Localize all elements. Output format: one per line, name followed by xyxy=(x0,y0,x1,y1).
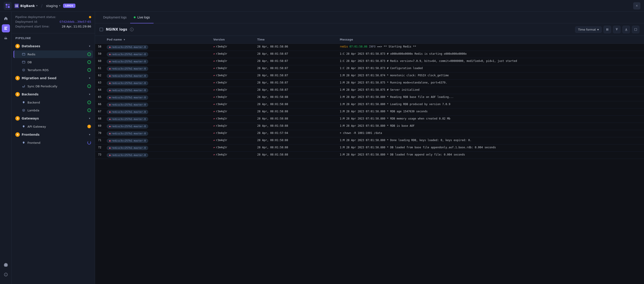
col-pod[interactable]: Pod name ▾ xyxy=(104,36,210,44)
row-pod: redisz3cc257b1-master-0 xyxy=(104,152,210,159)
databases-chevron-icon: ▾ xyxy=(88,44,91,48)
path-separator: / xyxy=(41,3,42,8)
export-button[interactable] xyxy=(632,26,640,33)
row-time: 28 Apr, 08:01:58:87 xyxy=(254,51,337,58)
row-message: 1:C 28 Apr 2023 07:01:58.873 # Redis ver… xyxy=(337,58,644,65)
row-message: 1:M 28 Apr 2023 07:01:58.880 * Done load… xyxy=(337,137,644,144)
info-icon-btn[interactable]: i xyxy=(2,271,10,279)
start-time-value: 28 Apr, 11:01:29:86 xyxy=(62,25,91,28)
row-num: 66 xyxy=(95,101,104,108)
row-num: 73 xyxy=(95,152,104,159)
row-time: 28 Apr, 08:01:58:88 xyxy=(254,152,337,159)
pipeline-item-frontend[interactable]: Frontend xyxy=(14,139,93,147)
row-message: 1:C 28 Apr 2023 07:01:58.873 # o000o000o… xyxy=(337,51,644,58)
project-selector[interactable]: BigBank ▾ xyxy=(14,3,38,8)
row-pod: redisz3cc257b1-master-0 xyxy=(104,144,210,152)
migration-chevron-icon: ▾ xyxy=(88,76,91,80)
row-version: ⇌ r3m4q3r xyxy=(210,101,254,108)
frontend-icon xyxy=(22,141,26,145)
db-item-name: DB xyxy=(28,60,85,64)
environment-selector[interactable]: staging ▾ xyxy=(46,4,60,8)
row-time: 28 Apr, 08:01:58:88 xyxy=(254,137,337,144)
svg-rect-10 xyxy=(4,29,7,30)
pipeline-item-backend[interactable]: Backend ✓ xyxy=(14,99,93,106)
cloud-icon-btn[interactable] xyxy=(2,34,10,42)
deployment-status: Pipeline deployment status: Deployment i… xyxy=(12,15,95,33)
logs-container: Pod name ▾ Version Time Message 58 redis… xyxy=(95,36,644,284)
scroll-top-button[interactable] xyxy=(613,26,620,33)
pipeline-item-api-gateway[interactable]: API Gateway ! xyxy=(14,123,93,130)
row-num: 60 xyxy=(95,58,104,65)
logs-toolbar: NGINX logs i Time format ▾ xyxy=(95,23,644,36)
table-row: 70 redisz3cc257b1-master-0 ⇌ r3m4q3r 28 … xyxy=(95,130,644,137)
time-format-button[interactable]: Time format ▾ xyxy=(575,26,602,33)
download-button[interactable] xyxy=(622,26,630,33)
pipeline-item-terraform-rds[interactable]: Terraform RDS ✓ xyxy=(14,66,93,74)
row-message: 1:M 28 Apr 2023 07:01:58.875 # Server in… xyxy=(337,87,644,94)
pipeline-icon-btn[interactable] xyxy=(2,24,10,32)
svg-rect-13 xyxy=(22,53,25,55)
pipeline-item-redis[interactable]: Redis ✓ xyxy=(14,50,93,58)
row-num: 59 xyxy=(95,51,104,58)
group-migration-header[interactable]: 1 Migration and Seed ▾ xyxy=(14,74,93,82)
pipeline-item-db[interactable]: DB ✓ xyxy=(14,58,93,66)
table-row: 69 redisz3cc257b1-master-0 ⇌ r3m4q3r 28 … xyxy=(95,123,644,130)
live-logs-label: Live logs xyxy=(137,15,150,19)
group-backends-header[interactable]: 2 Backends ▾ xyxy=(14,90,93,98)
frontends-group-name: Frontends xyxy=(22,133,86,136)
table-row: 72 redisz3cc257b1-master-0 ⇌ r3m4q3r 28 … xyxy=(95,144,644,152)
row-version: ⇌ r3m4q3r xyxy=(210,51,254,58)
row-version: ⇌ r3m4q3r xyxy=(210,152,254,159)
main-layout: i Pipeline deployment status: Deployment… xyxy=(0,12,644,284)
deployment-id-row: Deployment id: 07d2ddeb...39e57-65 xyxy=(15,20,91,23)
tab-live-logs[interactable]: Live logs xyxy=(130,12,153,23)
sync-icon xyxy=(22,84,26,88)
row-time: 28 Apr, 08:01:58:87 xyxy=(254,72,337,80)
backend-status-icon: ✓ xyxy=(87,100,91,104)
svg-rect-6 xyxy=(16,6,16,7)
row-version: ⇌ r3m4q3r xyxy=(210,72,254,80)
row-num: 63 xyxy=(95,80,104,87)
row-pod: redisz3cc257b1-master-0 xyxy=(104,51,210,58)
pipeline-item-lambda[interactable]: Lambda ✓ xyxy=(14,106,93,114)
row-version: ⇌ r3m4q3r xyxy=(210,44,254,51)
toolbar-right: Time format ▾ xyxy=(575,26,640,33)
svg-point-18 xyxy=(22,109,25,111)
nginx-info-icon[interactable]: i xyxy=(130,28,134,31)
row-message: 1:C 28 Apr 2023 07:01:58.873 # Configura… xyxy=(337,65,644,72)
row-message: 1:M 28 Apr 2023 07:01:58.880 * Reading R… xyxy=(337,94,644,101)
backend-icon xyxy=(22,100,26,104)
logs-badge: LOGS xyxy=(63,3,76,8)
lambda-icon xyxy=(22,108,26,112)
table-row: 64 redisz3cc257b1-master-0 ⇌ r3m4q3r 28 … xyxy=(95,87,644,94)
close-button[interactable]: × xyxy=(633,2,640,9)
row-version: ⇌ r3m4q3r xyxy=(210,116,254,123)
lambda-item-name: Lambda xyxy=(28,109,85,112)
settings-icon-btn[interactable] xyxy=(2,261,10,269)
table-row: 65 redisz3cc257b1-master-0 ⇌ r3m4q3r 28 … xyxy=(95,94,644,101)
group-gateways-header[interactable]: 3 Gateways ▾ xyxy=(14,114,93,122)
pause-button[interactable] xyxy=(604,26,611,33)
topbar-right: × xyxy=(633,2,640,9)
pipeline-item-sync-db[interactable]: Sync DB Periodically ✓ xyxy=(14,82,93,90)
row-pod: redisz3cc257b1-master-0 xyxy=(104,101,210,108)
svg-rect-1 xyxy=(8,4,10,6)
row-num: 69 xyxy=(95,123,104,130)
row-message: 1:M 28 Apr 2023 07:01:58.874 * monotonic… xyxy=(337,72,644,80)
group-databases-header[interactable]: 0 Databases ▾ xyxy=(14,42,93,50)
row-message: + chown -R 1001:1001 /data xyxy=(337,130,644,137)
nginx-checkbox[interactable] xyxy=(100,28,103,31)
redis-item-name: Redis xyxy=(28,53,85,56)
svg-rect-15 xyxy=(22,61,25,63)
group-frontends-header[interactable]: 4 Frontends ▾ xyxy=(14,131,93,139)
home-icon-btn[interactable] xyxy=(2,14,10,22)
tab-deployment-logs[interactable]: Deployment logs xyxy=(100,12,130,23)
deployment-id-value[interactable]: 07d2ddeb...39e57-65 xyxy=(60,20,91,23)
start-time-row: Deployment start time: 28 Apr, 11:01:29:… xyxy=(15,25,91,28)
table-row: 58 redisz3cc257b1-master-0 ⇌ r3m4q3r 28 … xyxy=(95,44,644,51)
row-time: 28 Apr, 08:01:58:88 xyxy=(254,144,337,152)
gateways-group-name: Gateways xyxy=(22,117,86,120)
redis-icon xyxy=(22,52,26,56)
col-message: Message xyxy=(337,36,644,44)
row-version: ⇌ r3m4q3r xyxy=(210,130,254,137)
